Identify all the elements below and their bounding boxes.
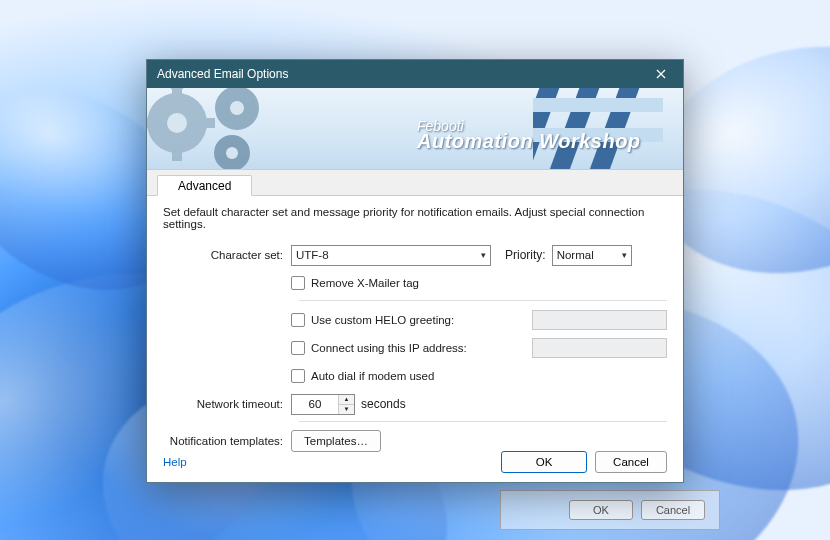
svg-point-10 [230,101,244,115]
remove-xmailer-checkbox[interactable]: Remove X-Mailer tag [291,276,419,290]
desktop-background: OK Cancel Advanced Email Options [0,0,830,540]
titlebar[interactable]: Advanced Email Options [147,60,683,88]
cancel-button[interactable]: Cancel [595,451,667,473]
svg-rect-5 [172,149,182,161]
ghost-cancel-button: Cancel [641,500,705,520]
content-area: Set default character set and message pr… [147,196,683,452]
seconds-label: seconds [361,397,406,411]
timeout-spinner[interactable]: 60 ▲ ▼ [291,394,355,415]
spinner-up-icon[interactable]: ▲ [339,395,354,405]
help-link[interactable]: Help [163,456,187,468]
dialog-footer: Help OK Cancel [147,442,683,482]
priority-dropdown[interactable]: Normal ▾ [552,245,632,266]
banner: Febooti Automation Workshop [147,88,683,170]
close-button[interactable] [647,64,675,84]
separator [299,421,667,422]
svg-rect-16 [533,98,663,112]
chevron-down-icon: ▾ [622,250,627,260]
timeout-value: 60 [292,398,338,410]
svg-rect-6 [147,118,151,128]
use-helo-label: Use custom HELO greeting: [311,314,454,326]
checkbox-icon [291,369,305,383]
window-title: Advanced Email Options [157,67,647,81]
priority-label: Priority: [505,248,546,262]
connect-ip-checkbox[interactable]: Connect using this IP address: [291,341,467,355]
checkbox-icon [291,313,305,327]
gears-icon [147,88,307,170]
background-dialog: OK Cancel [500,490,720,530]
ip-input [532,338,667,358]
checkbox-icon [291,341,305,355]
brand-text: Febooti Automation Workshop [417,118,641,153]
brand-title: Automation Workshop [417,130,641,153]
description-text: Set default character set and message pr… [163,206,667,230]
use-helo-checkbox[interactable]: Use custom HELO greeting: [291,313,454,327]
auto-dial-label: Auto dial if modem used [311,370,434,382]
remove-xmailer-label: Remove X-Mailer tag [311,277,419,289]
spinner-down-icon[interactable]: ▼ [339,405,354,414]
ok-button[interactable]: OK [501,451,587,473]
separator [299,300,667,301]
charset-dropdown[interactable]: UTF-8 ▾ [291,245,491,266]
connect-ip-label: Connect using this IP address: [311,342,467,354]
tab-strip: Advanced [147,170,683,196]
checkbox-icon [291,276,305,290]
charset-value: UTF-8 [296,249,329,261]
helo-input [532,310,667,330]
charset-label: Character set: [163,249,291,261]
chevron-down-icon: ▾ [481,250,486,260]
tab-advanced[interactable]: Advanced [157,175,252,196]
svg-rect-7 [203,118,215,128]
close-icon [656,69,666,79]
network-timeout-label: Network timeout: [163,398,291,410]
priority-value: Normal [557,249,594,261]
svg-point-3 [167,113,187,133]
auto-dial-checkbox[interactable]: Auto dial if modem used [291,369,434,383]
svg-point-12 [226,147,238,159]
ghost-ok-button: OK [569,500,633,520]
advanced-email-options-dialog: Advanced Email Options [146,59,684,483]
